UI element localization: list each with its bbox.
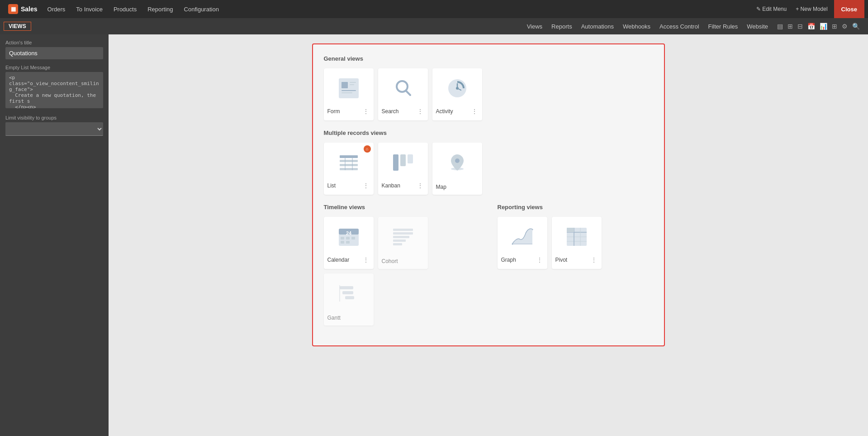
view-card-pivot[interactable]: Pivot ⋮ bbox=[552, 217, 602, 269]
svg-rect-34 bbox=[393, 240, 406, 242]
table-icon[interactable]: ⊞ bbox=[830, 21, 839, 32]
form-card-footer: Form ⋮ bbox=[327, 107, 370, 116]
svg-rect-27 bbox=[346, 237, 350, 240]
svg-rect-13 bbox=[340, 160, 358, 162]
view-card-list[interactable]: ⌂ List ⋮ bbox=[324, 143, 374, 195]
reporting-views-title: Reporting views bbox=[498, 204, 653, 211]
view-card-map[interactable]: Map bbox=[432, 143, 482, 195]
form-label: Form bbox=[327, 108, 340, 115]
svg-rect-1 bbox=[342, 82, 348, 88]
new-model-button[interactable]: + New Model bbox=[791, 0, 832, 18]
pivot-card-footer: Pivot ⋮ bbox=[555, 255, 598, 264]
search-icon[interactable]: 🔍 bbox=[850, 21, 862, 32]
subnav-access-control[interactable]: Access Control bbox=[655, 18, 703, 34]
nav-orders[interactable]: Orders bbox=[42, 0, 71, 18]
nav-products[interactable]: Products bbox=[108, 0, 142, 18]
subnav-views[interactable]: Views bbox=[522, 18, 547, 34]
graph-card-footer: Graph ⋮ bbox=[501, 255, 544, 264]
svg-rect-14 bbox=[340, 164, 358, 166]
pivot-menu-icon[interactable]: ⋮ bbox=[590, 255, 598, 264]
nav-to-invoice[interactable]: To Invoice bbox=[71, 0, 108, 18]
multiple-views-grid: ⌂ List ⋮ bbox=[324, 143, 653, 195]
view-card-gantt: Gantt bbox=[324, 273, 374, 326]
search-card-footer: Search ⋮ bbox=[382, 107, 424, 116]
subnav-website[interactable]: Website bbox=[742, 18, 773, 34]
svg-text:24: 24 bbox=[346, 230, 351, 236]
calendar-view-icon: 24 bbox=[335, 223, 362, 250]
subnav-webhooks[interactable]: Webhooks bbox=[618, 18, 655, 34]
list-card-footer: List ⋮ bbox=[327, 181, 370, 190]
home-badge: ⌂ bbox=[364, 145, 371, 153]
calendar-menu-icon[interactable]: ⋮ bbox=[362, 255, 370, 264]
svg-rect-18 bbox=[393, 154, 398, 171]
form-menu-icon[interactable]: ⋮ bbox=[362, 107, 370, 116]
app-name: Sales bbox=[21, 5, 38, 13]
main-layout: Action's title Empty List Message <p cla… bbox=[0, 34, 868, 436]
general-views-title: General views bbox=[324, 55, 653, 62]
calendar-icon[interactable]: 📅 bbox=[806, 21, 817, 32]
view-list-icon[interactable]: ▤ bbox=[775, 21, 785, 32]
empty-list-textarea[interactable]: <p class="o_view_nocontent_smiling_face"… bbox=[5, 72, 103, 108]
timeline-views-title: Timeline views bbox=[324, 204, 479, 211]
map-view-icon bbox=[444, 149, 471, 176]
activity-menu-icon[interactable]: ⋮ bbox=[470, 107, 479, 116]
sub-nav: VIEWS Views Reports Automations Webhooks… bbox=[0, 18, 868, 34]
view-tree-icon[interactable]: ⊟ bbox=[796, 21, 805, 32]
svg-rect-3 bbox=[342, 92, 352, 93]
view-grid-icon[interactable]: ⊞ bbox=[786, 21, 795, 32]
graph-view-icon bbox=[509, 223, 536, 250]
map-label: Map bbox=[436, 184, 446, 190]
form-view-icon bbox=[335, 75, 362, 102]
edit-menu-button[interactable]: ✎ Edit Menu bbox=[752, 0, 791, 18]
view-card-cohort: Cohort bbox=[378, 217, 428, 269]
limit-select[interactable] bbox=[5, 122, 103, 136]
general-views-grid: Form ⋮ Search ⋮ bbox=[324, 68, 653, 120]
view-card-calendar[interactable]: 24 Calendar ⋮ bbox=[324, 217, 374, 269]
svg-rect-4 bbox=[350, 82, 356, 83]
close-button[interactable]: Close bbox=[834, 0, 864, 18]
svg-rect-0 bbox=[339, 78, 359, 98]
view-card-kanban[interactable]: Kanban ⋮ bbox=[378, 143, 428, 195]
cohort-view-icon bbox=[389, 223, 417, 250]
nav-reporting[interactable]: Reporting bbox=[142, 0, 178, 18]
subnav-filter-rules[interactable]: Filter Rules bbox=[704, 18, 743, 34]
calendar-card-footer: Calendar ⋮ bbox=[327, 255, 370, 264]
svg-rect-15 bbox=[340, 168, 358, 170]
limit-label: Limit visibility to groups bbox=[5, 115, 103, 120]
views-badge[interactable]: VIEWS bbox=[4, 22, 31, 31]
svg-rect-31 bbox=[393, 229, 413, 231]
svg-rect-12 bbox=[340, 155, 358, 158]
view-card-search[interactable]: Search ⋮ bbox=[378, 68, 428, 120]
top-bar: ▦ Sales Orders To Invoice Products Repor… bbox=[0, 0, 868, 18]
svg-rect-33 bbox=[393, 236, 409, 238]
settings-icon[interactable]: ⚙ bbox=[840, 21, 849, 32]
views-panel: General views bbox=[312, 43, 665, 346]
gantt-label: Gantt bbox=[327, 315, 341, 321]
svg-rect-20 bbox=[408, 154, 413, 163]
kanban-menu-icon[interactable]: ⋮ bbox=[416, 181, 424, 190]
view-card-graph[interactable]: Graph ⋮ bbox=[498, 217, 547, 269]
svg-rect-32 bbox=[393, 232, 413, 235]
view-card-activity[interactable]: Activity ⋮ bbox=[432, 68, 482, 120]
graph-menu-icon[interactable]: ⋮ bbox=[536, 255, 544, 264]
action-title-input[interactable] bbox=[5, 47, 103, 59]
kanban-view-icon bbox=[389, 149, 417, 176]
view-card-form[interactable]: Form ⋮ bbox=[324, 68, 374, 120]
svg-rect-19 bbox=[400, 154, 406, 166]
subnav-automations[interactable]: Automations bbox=[577, 18, 618, 34]
gantt-card-footer: Gantt bbox=[327, 315, 370, 321]
list-menu-icon[interactable]: ⋮ bbox=[362, 181, 370, 190]
subnav-reports[interactable]: Reports bbox=[547, 18, 577, 34]
svg-rect-29 bbox=[341, 241, 344, 244]
chart-icon[interactable]: 📊 bbox=[818, 21, 829, 32]
search-menu-icon[interactable]: ⋮ bbox=[416, 107, 424, 116]
activity-card-footer: Activity ⋮ bbox=[436, 107, 479, 116]
sub-nav-icons: ▤ ⊞ ⊟ 📅 📊 ⊞ ⚙ 🔍 bbox=[773, 21, 864, 32]
sub-nav-right: Views Reports Automations Webhooks Acces… bbox=[522, 18, 864, 34]
activity-view-icon bbox=[444, 75, 471, 102]
nav-configuration[interactable]: Configuration bbox=[179, 0, 224, 18]
app-logo[interactable]: ▦ Sales bbox=[4, 4, 42, 14]
pivot-label: Pivot bbox=[555, 257, 568, 263]
svg-rect-26 bbox=[341, 237, 344, 240]
calendar-label: Calendar bbox=[327, 257, 350, 263]
